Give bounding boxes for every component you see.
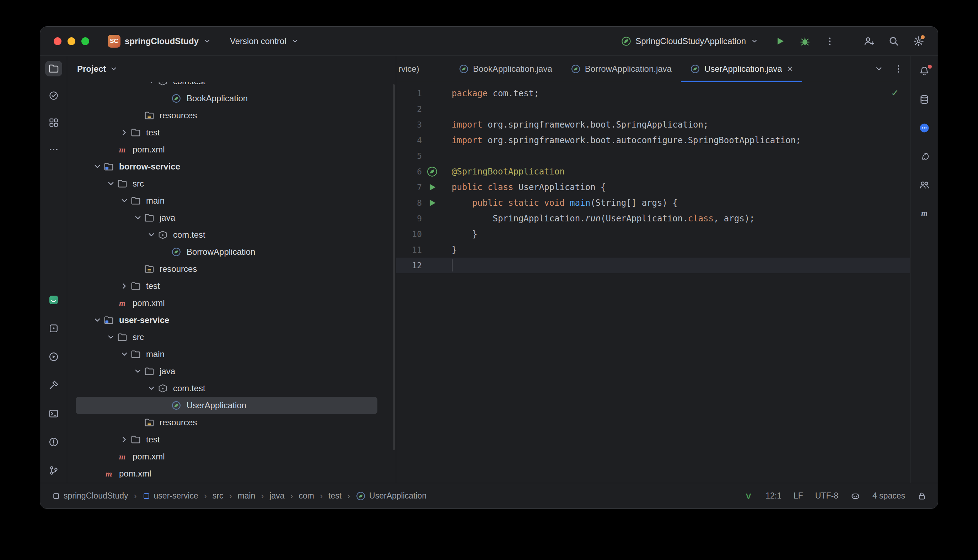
project-tree-scrollbar[interactable] (393, 84, 395, 450)
breadcrumb-main[interactable]: main (238, 491, 255, 501)
copilot-icon[interactable] (850, 491, 860, 501)
chevron-down-icon[interactable] (146, 230, 157, 240)
tree-item-borrowapplication[interactable]: BorrowApplication (76, 243, 377, 260)
tree-item-resources[interactable]: resources (76, 414, 377, 431)
settings-button[interactable] (911, 34, 926, 48)
tree-item-userapplication[interactable]: UserApplication (76, 397, 377, 414)
tab-options-button[interactable] (893, 63, 904, 74)
gutter-line-7[interactable]: 7 (396, 182, 452, 193)
chevron-down-icon[interactable] (133, 213, 143, 223)
close-icon[interactable]: × (787, 64, 793, 74)
chevron-down-icon[interactable] (92, 315, 103, 325)
tree-item-test[interactable]: test (76, 431, 377, 448)
gutter-line-10[interactable]: 10 (396, 230, 452, 239)
code-text[interactable]: public static void main(String[] args) { (452, 198, 678, 208)
breadcrumb-test[interactable]: test (328, 491, 342, 501)
code-editor[interactable]: 1package com.test;23import org.springfra… (396, 82, 910, 483)
breadcrumb-userapplication[interactable]: UserApplication (356, 491, 427, 501)
chevron-right-icon[interactable] (119, 128, 130, 138)
tree-item-src[interactable]: src (76, 329, 377, 346)
run-gutter-icon[interactable] (426, 182, 438, 193)
minimize-button[interactable] (68, 37, 75, 45)
code-text[interactable] (452, 259, 452, 272)
gutter-line-11[interactable]: 11 (396, 245, 452, 254)
breadcrumb-src[interactable]: src (213, 491, 223, 501)
code-with-me-button[interactable] (862, 34, 876, 48)
structure-button[interactable] (45, 115, 62, 130)
code-text[interactable]: } (452, 245, 457, 255)
tree-item-bookapplication[interactable]: BookApplication (76, 90, 377, 107)
chevron-down-icon[interactable] (105, 179, 116, 189)
gutter-line-3[interactable]: 3 (396, 120, 452, 129)
build-button[interactable] (45, 378, 62, 392)
code-text[interactable]: SpringApplication.run(UserApplication.cl… (452, 213, 755, 223)
run-configuration-widget[interactable]: SpringCloudStudyApplication (618, 33, 762, 49)
inspections-widget[interactable]: ✓ (891, 86, 898, 99)
chevron-down-icon[interactable] (133, 366, 143, 376)
more-actions-button[interactable] (823, 34, 837, 48)
tree-item-main[interactable]: main (76, 346, 377, 363)
vim-icon[interactable]: V (743, 491, 753, 501)
close-button[interactable] (54, 37, 62, 45)
tab-clipped[interactable]: rvice) (396, 56, 450, 82)
tree-item-resources[interactable]: resources (76, 107, 377, 124)
run-button[interactable] (773, 34, 787, 48)
read-only-toggle-icon[interactable] (917, 492, 926, 501)
services-button[interactable] (45, 322, 62, 335)
problems-button[interactable] (45, 435, 62, 449)
gutter-line-2[interactable]: 2 (396, 105, 452, 114)
maven-button[interactable]: m (916, 207, 933, 220)
tree-item-com-test[interactable]: com.test (76, 226, 377, 243)
breadcrumb-com[interactable]: com (299, 491, 314, 501)
notifications-button[interactable] (916, 64, 933, 78)
indent-widget[interactable]: 4 spaces (873, 491, 905, 501)
tree-item-pom-xml[interactable]: mpom.xml (76, 448, 377, 465)
code-text[interactable]: import org.springframework.boot.SpringAp… (452, 120, 708, 130)
gradle-button[interactable] (916, 150, 933, 163)
breadcrumb-java[interactable]: java (269, 491, 284, 501)
version-control-widget[interactable]: Version control (227, 33, 303, 49)
caret-position-widget[interactable]: 12:1 (765, 491, 781, 501)
chevron-down-icon[interactable] (146, 82, 157, 86)
tree-item-main[interactable]: main (76, 192, 377, 209)
terminal-button[interactable] (45, 407, 62, 420)
chevron-down-icon[interactable] (92, 162, 103, 172)
code-text[interactable]: } (452, 229, 477, 239)
breadcrumb-springcloudstudy[interactable]: springCloudStudy (52, 491, 128, 501)
code-text[interactable]: public class UserApplication { (452, 182, 606, 192)
tree-item-pom-xml[interactable]: mpom.xml (76, 295, 377, 312)
search-everywhere-button[interactable] (887, 34, 901, 48)
gutter-line-5[interactable]: 5 (396, 152, 452, 161)
version-control-button[interactable] (45, 464, 62, 477)
gutter-line-12[interactable]: 12 (396, 261, 452, 270)
spring-bean-gutter-icon[interactable] (426, 166, 438, 177)
gutter-line-1[interactable]: 1 (396, 89, 452, 98)
tree-item-user-service[interactable]: user-service (76, 312, 377, 329)
tree-item-com-test[interactable]: com.test (76, 380, 377, 397)
tab-userapplication-java[interactable]: UserApplication.java× (681, 56, 802, 82)
tab-bookapplication-java[interactable]: BookApplication.java (450, 56, 561, 82)
tree-item-pom-xml[interactable]: mpom.xml (76, 141, 377, 158)
tree-item-resources[interactable]: resources (76, 260, 377, 278)
collaboration-button[interactable] (916, 178, 933, 192)
breadcrumb-user-service[interactable]: user-service (143, 491, 198, 501)
run-gutter-icon[interactable] (426, 198, 438, 208)
code-text[interactable]: @SpringBootApplication (452, 167, 565, 177)
commit-button[interactable] (45, 88, 62, 103)
tree-item-borrow-service[interactable]: borrow-service (76, 158, 377, 175)
plugin-button[interactable] (45, 293, 62, 307)
database-button[interactable] (916, 93, 933, 106)
gutter-line-9[interactable]: 9 (396, 214, 452, 223)
code-text[interactable]: package com.test; (452, 88, 539, 98)
project-widget[interactable]: SC springCloudStudy (104, 32, 215, 50)
maximize-button[interactable] (82, 37, 89, 45)
tree-item-test[interactable]: test (76, 124, 377, 141)
project-button[interactable] (45, 61, 62, 77)
code-text[interactable]: import org.springframework.boot.autoconf… (452, 135, 801, 145)
run-button[interactable] (45, 350, 62, 363)
debug-button[interactable] (798, 34, 812, 48)
chevron-down-icon[interactable] (146, 383, 157, 393)
tree-item-java[interactable]: java (76, 363, 377, 380)
gutter-line-6[interactable]: 6 (396, 166, 452, 177)
gutter-line-4[interactable]: 4 (396, 136, 452, 145)
